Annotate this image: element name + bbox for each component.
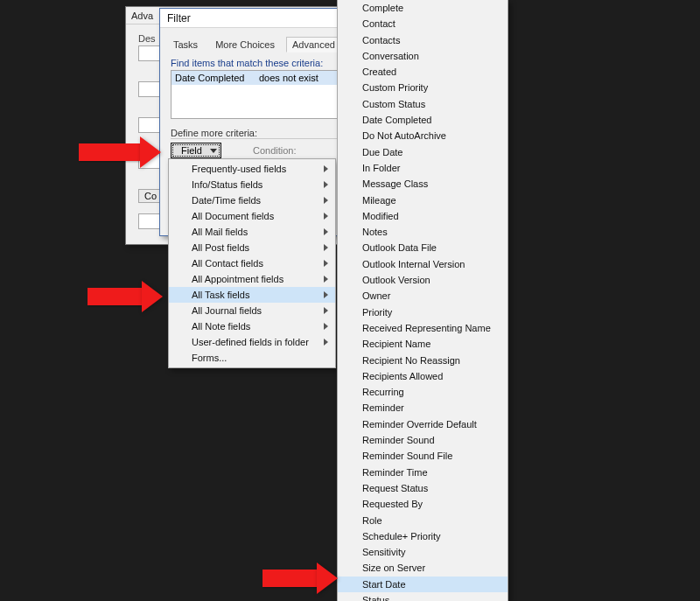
field-menu-item[interactable]: All Task fields [169,287,335,303]
tab-advanced[interactable]: Advanced [286,37,341,52]
task-field-item[interactable]: Custom Status [338,96,508,112]
arrow-shaft [88,288,142,305]
task-field-item[interactable]: Notes [338,224,508,240]
task-field-item[interactable]: Message Class [338,176,508,192]
task-field-item[interactable]: Do Not AutoArchive [338,128,508,143]
task-field-item[interactable]: Priority [338,304,508,320]
task-field-item[interactable]: Recipient Name [338,336,508,352]
arrow-shaft [79,143,140,161]
field-menu: Frequently-used fieldsInfo/Status fields… [168,158,336,368]
task-field-item[interactable]: Role [338,513,508,528]
criteria-condition: does not exist [256,71,318,85]
task-field-item[interactable]: Owner [338,288,508,304]
field-menu-item[interactable]: Date/Time fields [169,192,335,208]
field-menu-item[interactable]: All Contact fields [169,255,335,271]
criteria-field: Date Completed [172,71,256,85]
task-fields-submenu: CompleteContactContactsConversationCreat… [337,0,508,601]
task-field-item[interactable]: Reminder Sound File [338,448,508,464]
task-field-item[interactable]: Conversation [338,48,508,64]
arrow-head-icon [140,136,161,168]
field-menu-item[interactable]: All Document fields [169,208,335,224]
task-field-item[interactable]: Custom Priority [338,80,508,95]
field-menu-item[interactable]: All Appointment fields [169,271,335,287]
arrow-head-icon [317,563,338,594]
task-field-item[interactable]: Due Date [338,144,508,160]
task-field-item[interactable]: Reminder Time [338,465,508,480]
task-field-item[interactable]: Outlook Version [338,272,508,288]
annotation-arrow-all-task-fields [88,281,163,312]
task-field-item[interactable]: Modified [338,208,508,224]
task-field-item[interactable]: Sensitivity [338,544,508,560]
task-field-item[interactable]: Requested By [338,496,508,512]
field-menu-item[interactable]: Frequently-used fields [169,161,335,177]
field-menu-item[interactable]: All Note fields [169,318,335,334]
condition-label: Condition: [253,145,297,156]
task-field-item[interactable]: Recurring [338,384,508,400]
field-menu-item[interactable]: Info/Status fields [169,177,335,192]
task-field-item[interactable]: Start Date [338,577,508,592]
task-field-item[interactable]: Outlook Data File [338,240,508,255]
task-field-item[interactable]: Contacts [338,32,508,48]
task-field-item[interactable]: Size on Server [338,560,508,576]
task-field-item[interactable]: Created [338,64,508,80]
task-field-item[interactable]: Reminder [338,400,508,416]
task-field-item[interactable]: Request Status [338,480,508,496]
task-field-item[interactable]: Schedule+ Priority [338,528,508,544]
field-menu-item[interactable]: All Post fields [169,240,335,255]
task-field-item[interactable]: In Folder [338,160,508,176]
task-field-item[interactable]: Complete [338,0,508,16]
task-field-item[interactable]: Reminder Sound [338,432,508,448]
task-field-item[interactable]: Contact [338,16,508,31]
field-menu-item[interactable]: All Journal fields [169,303,335,318]
field-dropdown-button[interactable]: Field [171,143,221,158]
tab-more-choices[interactable]: More Choices [209,37,281,52]
task-field-item[interactable]: Mileage [338,192,508,208]
tab-tasks[interactable]: Tasks [167,37,204,52]
field-menu-item[interactable]: All Mail fields [169,224,335,240]
task-field-item[interactable]: Status [338,592,508,601]
annotation-arrow-start-date [262,563,338,594]
arrow-head-icon [142,281,163,312]
task-field-item[interactable]: Outlook Internal Version [338,256,508,272]
field-menu-item[interactable]: Forms... [169,350,335,366]
annotation-arrow-field-button [79,136,161,168]
task-field-item[interactable]: Date Completed [338,112,508,128]
task-field-item[interactable]: Recipients Allowed [338,368,508,384]
task-field-item[interactable]: Recipient No Reassign [338,353,508,368]
task-field-item[interactable]: Reminder Override Default [338,416,508,432]
arrow-shaft [262,570,317,587]
task-field-item[interactable]: Received Representing Name [338,320,508,336]
field-menu-item[interactable]: User-defined fields in folder [169,334,335,350]
